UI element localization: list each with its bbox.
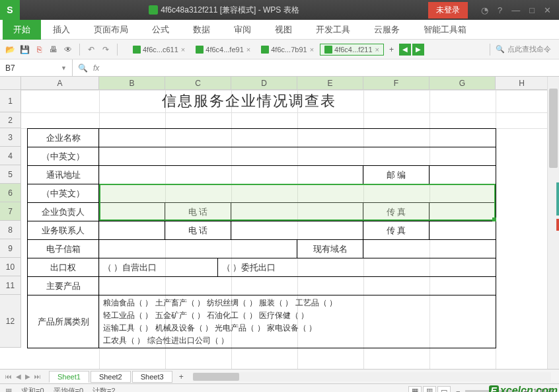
- close-tab-icon[interactable]: ×: [375, 46, 379, 54]
- zoom-out-button[interactable]: −: [456, 387, 460, 393]
- cell[interactable]: [99, 184, 496, 202]
- view-normal-button[interactable]: ▦: [408, 386, 422, 393]
- row-header[interactable]: 9: [0, 239, 21, 258]
- select-all-corner[interactable]: [0, 77, 21, 90]
- open-icon[interactable]: 📂: [4, 44, 16, 56]
- status-avg: 平均值=0: [54, 386, 84, 392]
- col-header[interactable]: G: [429, 77, 496, 90]
- col-header[interactable]: C: [165, 77, 231, 90]
- cell[interactable]: [231, 203, 363, 221]
- row-header[interactable]: 5: [0, 165, 21, 184]
- cell-label: 企业负责人: [28, 203, 99, 221]
- sheet-last-icon[interactable]: ⏭: [33, 373, 42, 380]
- sheet-prev-icon[interactable]: ◀: [15, 373, 22, 380]
- menu-formula[interactable]: 公式: [140, 24, 181, 36]
- fx-search-icon[interactable]: 🔍: [78, 63, 88, 73]
- row-header[interactable]: 6: [0, 184, 21, 202]
- col-header[interactable]: E: [297, 77, 363, 90]
- name-box[interactable]: B7▼: [0, 59, 73, 76]
- cell[interactable]: （ ）委托出口: [218, 258, 496, 276]
- help-icon[interactable]: ?: [498, 5, 502, 15]
- horizontal-scrollbar[interactable]: [193, 372, 551, 381]
- row-header[interactable]: 3: [0, 128, 21, 147]
- cell[interactable]: [429, 166, 496, 184]
- cell[interactable]: （ ）自营出口: [99, 258, 218, 276]
- cell-label: 电 话: [165, 203, 231, 221]
- menu-cloud[interactable]: 云服务: [362, 24, 412, 36]
- close-tab-icon[interactable]: ×: [181, 46, 185, 54]
- menu-tools[interactable]: 智能工具箱: [412, 24, 478, 36]
- doc-tab[interactable]: 4f6c...c611×: [128, 44, 190, 56]
- sheet-tab[interactable]: Sheet2: [91, 371, 131, 383]
- minimize-icon[interactable]: —: [511, 5, 520, 15]
- close-icon[interactable]: ✕: [544, 5, 551, 15]
- sync-icon[interactable]: ◔: [481, 5, 488, 15]
- menu-layout[interactable]: 页面布局: [82, 24, 140, 36]
- col-header[interactable]: A: [21, 77, 99, 90]
- row-header[interactable]: 12: [0, 295, 21, 348]
- row-header[interactable]: 4: [0, 147, 21, 165]
- cell[interactable]: [429, 203, 496, 221]
- view-page-button[interactable]: ▥: [423, 386, 436, 393]
- cell-categories[interactable]: 粮油食品（ ） 土产畜产（ ） 纺织丝绸（ ） 服装（ ） 工艺品（ ） 轻工业…: [99, 295, 496, 348]
- vertical-scrollbar[interactable]: [547, 77, 559, 369]
- tab-next-button[interactable]: ▶: [412, 44, 424, 56]
- cell-label: 业务联系人: [28, 221, 99, 239]
- cell[interactable]: [99, 240, 297, 258]
- col-header[interactable]: B: [99, 77, 165, 90]
- preview-icon[interactable]: 👁: [62, 44, 74, 56]
- row-header[interactable]: 11: [0, 276, 21, 295]
- scroll-thumb[interactable]: [549, 89, 558, 168]
- cell-label: 传 真: [363, 203, 429, 221]
- print-icon[interactable]: 🖶: [48, 44, 59, 56]
- row-header[interactable]: 8: [0, 221, 21, 239]
- save-icon[interactable]: 💾: [19, 44, 30, 56]
- doc-tab-active[interactable]: 4f6c4...f211×: [320, 44, 384, 56]
- title-bar: S 4f6c48a312f211 [兼容模式] - WPS 表格 未登录 ◔ ?…: [0, 0, 559, 20]
- menu-start[interactable]: 开始: [3, 20, 41, 40]
- login-button[interactable]: 未登录: [428, 2, 468, 19]
- cell[interactable]: [99, 277, 496, 295]
- doc-tab[interactable]: 4f6c...7b91×: [256, 44, 318, 56]
- view-break-button[interactable]: ▭: [437, 386, 451, 393]
- dropdown-icon[interactable]: ▼: [61, 65, 67, 71]
- cell[interactable]: [99, 147, 496, 165]
- cell[interactable]: [99, 129, 496, 147]
- menu-insert[interactable]: 插入: [41, 24, 82, 36]
- close-tab-icon[interactable]: ×: [246, 46, 250, 54]
- fx-label[interactable]: fx: [93, 63, 99, 73]
- row-header[interactable]: 10: [0, 258, 21, 276]
- cell[interactable]: [99, 166, 363, 184]
- cell[interactable]: [99, 203, 165, 221]
- menu-view[interactable]: 视图: [263, 24, 304, 36]
- cell[interactable]: [429, 221, 496, 239]
- command-search[interactable]: 🔍 点此查找命令: [496, 44, 555, 54]
- row-header[interactable]: 7: [0, 202, 21, 221]
- sheet-tab[interactable]: Sheet3: [132, 371, 172, 383]
- row-header[interactable]: 1: [0, 90, 21, 112]
- col-header[interactable]: H: [496, 77, 548, 90]
- undo-icon[interactable]: ↶: [85, 44, 97, 56]
- cell[interactable]: [363, 240, 496, 258]
- col-header[interactable]: D: [231, 77, 297, 90]
- export-icon[interactable]: ⎘: [33, 44, 45, 56]
- sheet-next-icon[interactable]: ▶: [24, 373, 32, 380]
- add-tab-button[interactable]: +: [385, 44, 398, 56]
- doc-tab[interactable]: 4f6c4...fe91×: [191, 44, 255, 56]
- menu-data[interactable]: 数据: [181, 24, 222, 36]
- cell[interactable]: [99, 221, 165, 239]
- scroll-thumb[interactable]: [193, 373, 239, 381]
- tab-prev-button[interactable]: ◀: [399, 44, 411, 56]
- maximize-icon[interactable]: □: [529, 5, 535, 15]
- cell[interactable]: [231, 221, 363, 239]
- col-header[interactable]: F: [363, 77, 429, 90]
- close-tab-icon[interactable]: ×: [310, 46, 314, 54]
- add-sheet-button[interactable]: +: [174, 371, 189, 383]
- sheet-first-icon[interactable]: ⏮: [4, 373, 13, 380]
- sheet-tab[interactable]: Sheet1: [49, 371, 89, 383]
- row-header[interactable]: 2: [0, 112, 21, 128]
- cell-grid[interactable]: 信息服务企业情况调查表 企业名称 （中英文） 通讯地址邮 编 （中英文） 企业负…: [21, 90, 547, 369]
- menu-dev[interactable]: 开发工具: [304, 24, 362, 36]
- redo-icon[interactable]: ↷: [100, 44, 112, 56]
- menu-review[interactable]: 审阅: [222, 24, 263, 36]
